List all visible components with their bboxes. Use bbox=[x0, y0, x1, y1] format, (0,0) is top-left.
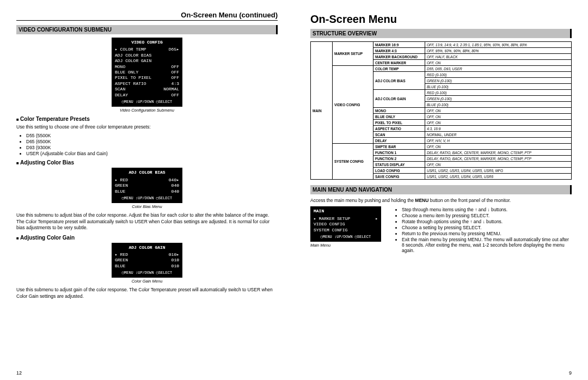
osd-value: D65▸ bbox=[169, 47, 179, 52]
osd-label: BLUE bbox=[115, 263, 125, 269]
cell-key: BLUE ONLY bbox=[373, 114, 425, 120]
cell-value: USR1, USR2, USR3, USR4, USR5, USR6 bbox=[425, 174, 572, 180]
cell-group: SYSTEM CONFIG bbox=[333, 144, 373, 180]
presets-list: D55 (5500KD65 (6500KD93 (9300KUSER (Adju… bbox=[16, 133, 278, 156]
cell-key: MARKER BACKGROUND bbox=[373, 54, 425, 60]
osd-value: NORMAL bbox=[163, 87, 179, 92]
osd-label: BLUE ONLY bbox=[115, 70, 138, 75]
cell-value: BLUE (0-100) bbox=[425, 84, 572, 90]
nav-row: MAIN ▸ MARKER SETUP▸ VIDEO CONFIG SYSTEM… bbox=[310, 206, 572, 257]
section-heading: VIDEO CONFIGURATION SUBMENU bbox=[16, 25, 278, 34]
nav-intro: Access the main menu by pushing and hold… bbox=[310, 198, 572, 204]
osd-footer: ▢MENU ↕UP/DOWN ▢SELECT bbox=[314, 235, 378, 240]
cell-value: OFF, ON bbox=[425, 60, 572, 66]
cell-group: MARKER SETUP bbox=[333, 42, 373, 66]
osd-label: VIDEO CONFIG bbox=[314, 222, 345, 227]
cell-value: OFF, H/V, V, H bbox=[425, 138, 572, 144]
osd-color-gain: ADJ COLOR GAIN ▸ RED010▸ GREEN010 BLUE01… bbox=[112, 243, 182, 278]
text: button on the front panel of the monitor… bbox=[428, 198, 511, 203]
list-item: Return to the previous menu by pressing … bbox=[402, 231, 572, 236]
osd-value: 040 bbox=[171, 189, 179, 194]
cell-value: OFF, 13:9, 14:9, 4:3, 2.35:1, 1.85:1, 95… bbox=[425, 42, 572, 48]
osd-footer: ▢MENU ↕UP/DOWN ▢SELECT bbox=[115, 196, 179, 201]
osd-label: ADJ COLOR BIAS bbox=[115, 53, 151, 58]
list-item: Step through menu items using the ↑ and … bbox=[402, 207, 572, 212]
osd-row: ADJ COLOR GAIN bbox=[115, 58, 179, 64]
osd-value: 010 bbox=[171, 263, 179, 269]
osd-label: PIXEL TO PIXEL bbox=[115, 75, 151, 81]
osd-caption: Video Configuration Submenu bbox=[16, 108, 278, 113]
cell-key: FUNCTION 2 bbox=[373, 156, 425, 162]
cell-value: DELAY, RATIO, BACK, CENTER, MARKER, MONO… bbox=[425, 150, 572, 156]
gain-text: Use this submenu to adjust gain of the c… bbox=[16, 287, 278, 299]
cell-value: 4:3, 16:9 bbox=[425, 126, 572, 132]
osd-row: BLUE040 bbox=[115, 189, 179, 194]
osd-label: ▸ RED bbox=[115, 252, 128, 258]
osd-rows: ▸ COLOR TEMPD65▸ ADJ COLOR BIAS ADJ COLO… bbox=[115, 47, 179, 98]
osd-label: BLUE bbox=[115, 189, 125, 194]
osd-row: ▸ RED040▸ bbox=[115, 177, 179, 183]
cell-value: NORMAL, UNDER bbox=[425, 132, 572, 138]
list-item: D65 (6500K bbox=[26, 139, 278, 144]
osd-label: SYSTEM CONFIG bbox=[314, 228, 347, 233]
subhead-gain: Adjusting Color Gain bbox=[16, 235, 278, 241]
cell-value: OFF, ON bbox=[425, 114, 572, 120]
bias-text: Use this submenu to adjust bias of the c… bbox=[16, 212, 278, 231]
subhead-bias: Adjusting Color Bias bbox=[16, 160, 278, 166]
osd-rows: ▸ RED040▸ GREEN040 BLUE040 bbox=[115, 177, 179, 194]
cell-key: FUNCTION 1 bbox=[373, 150, 425, 156]
section-heading: STRUCTURE OVERVIEW bbox=[310, 29, 572, 38]
page-number: 9 bbox=[569, 370, 572, 376]
page-right: On-Screen Menu STRUCTURE OVERVIEW MAINMA… bbox=[294, 0, 588, 380]
list-item: Choose a setting by pressing SELECT. bbox=[402, 225, 572, 230]
osd-label: ▸ RED bbox=[115, 177, 128, 183]
cell-value: DELAY, RATIO, BACK, CENTER, MARKER, MONO… bbox=[425, 156, 572, 162]
osd-value: 010▸ bbox=[169, 252, 179, 258]
list-item: Exit the main menu by pressing MENU. The… bbox=[402, 237, 572, 253]
page-number: 12 bbox=[16, 370, 22, 376]
cell-main: MAIN bbox=[311, 42, 333, 180]
osd-row: VIDEO CONFIG bbox=[314, 222, 378, 227]
osd-label: MONO bbox=[115, 64, 125, 70]
cell-key: DELAY bbox=[373, 138, 425, 144]
list-item: USER (Adjustable Color Bias and Gain) bbox=[26, 151, 278, 156]
subhead-presets: Color Temperature Presets bbox=[16, 116, 278, 122]
table-row: SYSTEM CONFIGSMPTE BAROFF, ON bbox=[311, 144, 572, 150]
cell-key: SCAN bbox=[373, 132, 425, 138]
cell-key: LOAD CONFIG bbox=[373, 168, 425, 174]
osd-title: MAIN bbox=[314, 209, 378, 214]
table-row: MAINMARKER SETUPMARKER 16:9OFF, 13:9, 14… bbox=[311, 42, 572, 48]
osd-rows: ▸ RED010▸ GREEN010 BLUE010 bbox=[115, 252, 179, 269]
osd-title: ADJ COLOR BIAS bbox=[115, 170, 179, 175]
cell-value: OFF, ON bbox=[425, 144, 572, 150]
menu-label: MENU bbox=[415, 198, 428, 203]
osd-title: VIDEO CONFIG bbox=[115, 40, 179, 45]
cell-key: ASPECT RATIO bbox=[373, 126, 425, 132]
osd-label: GREEN bbox=[115, 183, 128, 188]
osd-main-menu: MAIN ▸ MARKER SETUP▸ VIDEO CONFIG SYSTEM… bbox=[310, 206, 381, 242]
cell-group: VIDEO CONFIG bbox=[333, 66, 373, 144]
cell-key: ADJ COLOR GAIN bbox=[373, 90, 425, 108]
cell-value: OFF, 95%, 93%, 90%, 88%, 80% bbox=[425, 48, 572, 54]
text: Access the main menu by pushing and hold… bbox=[310, 198, 415, 203]
osd-label: ▸ MARKER SETUP bbox=[314, 216, 350, 222]
running-head: On-Screen Menu (continued) bbox=[16, 11, 278, 21]
osd-row: SCANNORMAL bbox=[115, 87, 179, 92]
osd-rows: ▸ MARKER SETUP▸ VIDEO CONFIG SYSTEM CONF… bbox=[314, 216, 378, 233]
osd-value: 010 bbox=[171, 258, 179, 263]
osd-footer: ▢MENU ↕UP/DOWN ▢SELECT bbox=[115, 100, 179, 105]
cell-value: RED (0-100) bbox=[425, 90, 572, 96]
cell-key: MARKER 4:3 bbox=[373, 48, 425, 54]
osd-row: ADJ COLOR BIAS bbox=[115, 53, 179, 58]
osd-label: ASPECT RATIO bbox=[115, 81, 146, 87]
cell-key: CENTER MARKER bbox=[373, 60, 425, 66]
osd-value: 040 bbox=[171, 183, 179, 188]
page-left: On-Screen Menu (continued) VIDEO CONFIGU… bbox=[0, 0, 294, 380]
cell-key: COLOR TEMP bbox=[373, 66, 425, 72]
cell-key: STATUS DISPLAY bbox=[373, 162, 425, 168]
osd-row: SYSTEM CONFIG bbox=[314, 228, 378, 233]
cell-value: OFF, HALF, BLACK bbox=[425, 54, 572, 60]
osd-row: BLUE010 bbox=[115, 263, 179, 269]
cell-value: BLUE (0-100) bbox=[425, 102, 572, 108]
osd-value: OFF bbox=[171, 93, 179, 98]
